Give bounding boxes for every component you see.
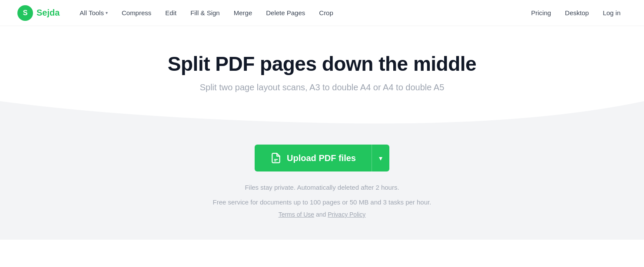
nav-compress[interactable]: Compress: [116, 6, 157, 20]
nav-pricing[interactable]: Pricing: [525, 6, 557, 20]
upload-button-label: Upload PDF files: [287, 153, 356, 163]
page-title: Split PDF pages down the middle: [9, 52, 635, 76]
privacy-line1: Files stay private. Automatically delete…: [245, 182, 399, 193]
nav-all-tools[interactable]: All Tools ▾: [73, 6, 114, 20]
upload-pdf-button[interactable]: Upload PDF files: [255, 145, 372, 171]
nav-desktop[interactable]: Desktop: [559, 6, 595, 20]
upload-button-group: Upload PDF files ▾: [255, 145, 389, 171]
nav-links-right: Pricing Desktop Log in: [525, 6, 627, 20]
wave-section: Upload PDF files ▾ Files stay private. A…: [0, 92, 644, 240]
logo-text: Sejda: [37, 8, 60, 18]
navbar: S Sejda All Tools ▾ Compress Edit Fill &…: [0, 0, 644, 26]
logo-link[interactable]: S Sejda: [17, 5, 60, 21]
nav-delete-pages[interactable]: Delete Pages: [260, 6, 311, 20]
nav-links-left: All Tools ▾ Compress Edit Fill & Sign Me…: [73, 6, 525, 20]
upload-area: Upload PDF files ▾ Files stay private. A…: [0, 127, 644, 240]
nav-fill-sign[interactable]: Fill & Sign: [184, 6, 226, 20]
nav-login[interactable]: Log in: [597, 6, 627, 20]
dropdown-chevron-icon: ▾: [379, 154, 382, 162]
wave-divider: [0, 92, 644, 127]
terms-privacy-links: Terms of Use and Privacy Policy: [279, 211, 366, 218]
chevron-down-icon: ▾: [106, 10, 108, 15]
nav-crop[interactable]: Crop: [313, 6, 339, 20]
pdf-file-icon: [270, 152, 282, 164]
hero-section: Split PDF pages down the middle Split tw…: [0, 26, 644, 92]
privacy-policy-link[interactable]: Privacy Policy: [328, 211, 365, 218]
hero-subtitle: Split two page layout scans, A3 to doubl…: [9, 82, 635, 92]
terms-of-use-link[interactable]: Terms of Use: [279, 211, 314, 218]
nav-edit[interactable]: Edit: [159, 6, 183, 20]
logo-icon: S: [17, 5, 33, 21]
upload-dropdown-button[interactable]: ▾: [372, 145, 389, 171]
privacy-line2: Free service for documents up to 100 pag…: [213, 197, 432, 208]
nav-merge[interactable]: Merge: [228, 6, 259, 20]
